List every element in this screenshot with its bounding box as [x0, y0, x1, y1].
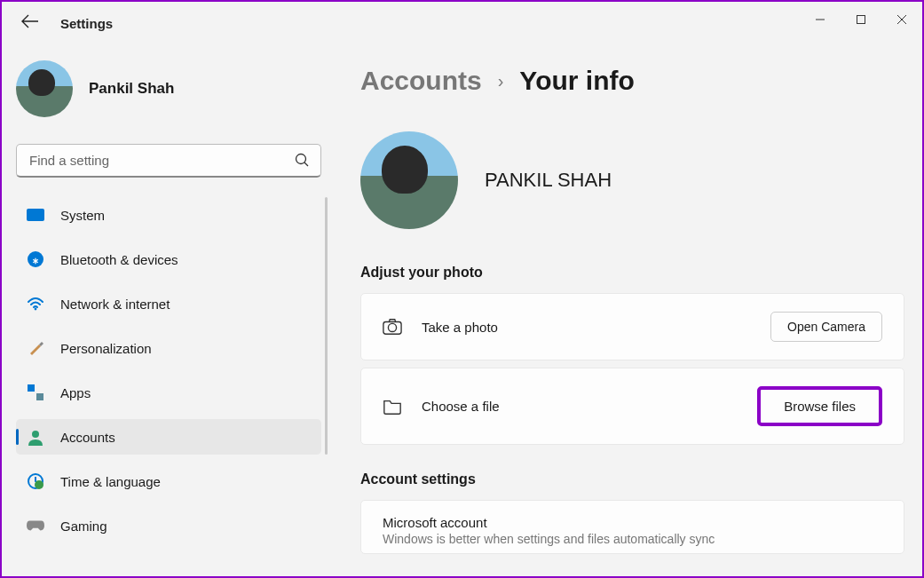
sidebar-item-label: Gaming — [60, 519, 107, 534]
sidebar-item-label: Personalization — [60, 341, 152, 356]
choose-file-card: Choose a file Browse files — [360, 368, 904, 445]
app-title: Settings — [60, 16, 113, 31]
svg-point-9 — [35, 480, 43, 489]
sidebar-item-apps[interactable]: Apps — [16, 375, 321, 410]
svg-line-5 — [304, 162, 308, 166]
account-settings-title: Account settings — [360, 471, 904, 487]
wifi-icon — [27, 295, 44, 313]
window-titlebar — [2, 2, 922, 37]
sidebar-item-network[interactable]: Network & internet — [16, 286, 321, 321]
bluetooth-icon: ⁎ — [27, 250, 44, 268]
minimize-button[interactable] — [800, 2, 841, 37]
choose-file-label: Choose a file — [422, 399, 738, 414]
sidebar-item-gaming[interactable]: Gaming — [16, 508, 321, 543]
open-camera-button[interactable]: Open Camera — [770, 312, 882, 342]
sidebar-item-label: System — [60, 208, 105, 223]
sidebar-item-bluetooth[interactable]: ⁎ Bluetooth & devices — [16, 241, 321, 277]
sidebar-item-label: Network & internet — [60, 297, 170, 312]
search-input[interactable] — [16, 144, 321, 178]
ms-account-subtitle: Windows is better when settings and file… — [383, 532, 882, 546]
breadcrumb: Accounts › Your info — [360, 66, 904, 96]
folder-icon — [383, 397, 402, 416]
user-block[interactable]: Pankil Shah — [16, 60, 321, 117]
svg-point-4 — [296, 154, 306, 164]
profile-display-name: PANKIL SHAH — [485, 169, 612, 192]
sidebar-item-label: Accounts — [60, 430, 115, 445]
sidebar-item-accounts[interactable]: Accounts — [16, 419, 321, 455]
sidebar-scrollbar[interactable] — [325, 197, 328, 455]
browse-files-button[interactable]: Browse files — [757, 386, 882, 426]
svg-point-11 — [388, 323, 396, 331]
back-arrow-icon[interactable] — [21, 14, 39, 33]
camera-icon — [383, 317, 402, 337]
take-photo-card: Take a photo Open Camera — [360, 293, 904, 360]
ms-account-title: Microsoft account — [383, 515, 882, 530]
sidebar-item-label: Bluetooth & devices — [60, 252, 178, 267]
chevron-right-icon: › — [498, 71, 504, 91]
gamepad-icon — [27, 517, 44, 534]
sidebar-item-label: Apps — [60, 385, 91, 400]
system-icon — [27, 206, 44, 224]
person-icon — [27, 428, 44, 446]
sidebar-item-system[interactable]: System — [16, 197, 321, 233]
microsoft-account-card[interactable]: Microsoft account Windows is better when… — [360, 500, 904, 554]
take-photo-label: Take a photo — [422, 320, 751, 335]
adjust-photo-title: Adjust your photo — [360, 265, 904, 281]
sidebar-item-personalization[interactable]: Personalization — [16, 330, 321, 366]
brush-icon — [27, 339, 44, 357]
sidebar-item-time[interactable]: Time & language — [16, 463, 321, 499]
sidebar-item-label: Time & language — [60, 474, 161, 489]
close-button[interactable] — [881, 2, 922, 37]
profile-avatar — [360, 131, 458, 229]
breadcrumb-parent[interactable]: Accounts — [360, 66, 482, 96]
breadcrumb-current: Your info — [519, 66, 634, 96]
clock-icon — [27, 472, 44, 490]
user-avatar-small — [16, 60, 73, 117]
maximize-button[interactable] — [841, 2, 881, 37]
search-icon — [295, 153, 309, 170]
svg-rect-1 — [857, 16, 865, 24]
svg-point-6 — [35, 308, 37, 311]
apps-icon — [27, 384, 44, 401]
svg-point-7 — [32, 431, 39, 438]
user-name: Pankil Shah — [89, 80, 174, 98]
